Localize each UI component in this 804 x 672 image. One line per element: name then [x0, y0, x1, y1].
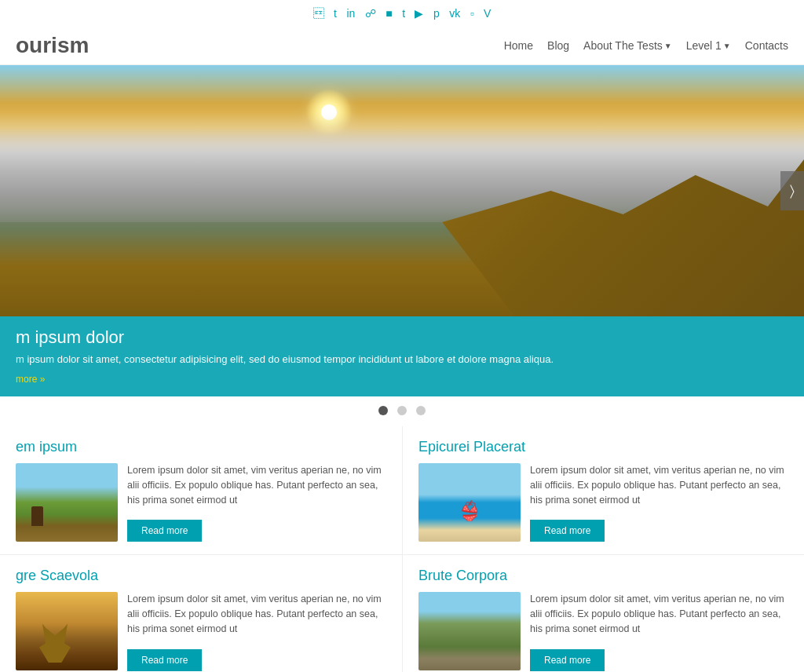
chevron-down-icon: ▼	[723, 42, 731, 50]
blog-thumb-4	[418, 592, 521, 670]
blog-item-2: Epicurei Placerat Lorem ipsum dolor sit …	[402, 426, 804, 555]
blog-inner-4: Lorem ipsum dolor sit amet, vim veritus …	[418, 592, 788, 670]
blog-title-2: Epicurei Placerat	[418, 439, 788, 455]
blog-text-3: Lorem ipsum dolor sit amet, vim veritus …	[127, 592, 386, 670]
read-more-btn-4[interactable]: Read more	[530, 649, 605, 671]
social-bar:  t in ☍ ■ t ▶ p vk ▫ V	[0, 0, 804, 27]
header: ourism Home Blog About The Tests ▼ Level…	[0, 27, 804, 65]
slider-dot-1[interactable]	[378, 406, 388, 415]
blog-item-4: Brute Corpora Lorem ipsum dolor sit amet…	[402, 555, 804, 672]
read-more-btn-1[interactable]: Read more	[127, 520, 202, 542]
blog-thumb-3	[16, 592, 118, 670]
blog-inner-2: Lorem ipsum dolor sit amet, vim veritus …	[418, 463, 788, 542]
social-vine[interactable]: V	[484, 7, 491, 20]
social-rss[interactable]: ■	[386, 7, 392, 20]
social-instagram[interactable]: ☍	[365, 7, 376, 20]
blog-item-1: em ipsum Lorem ipsum dolor sit amet, vim…	[0, 426, 402, 555]
social-facebook[interactable]: 	[313, 7, 324, 20]
read-more-btn-2[interactable]: Read more	[530, 520, 605, 542]
blog-inner-1: Lorem ipsum dolor sit amet, vim veritus …	[16, 463, 386, 542]
slider-next-button[interactable]: 〉	[780, 171, 804, 210]
blog-inner-3: Lorem ipsum dolor sit amet, vim veritus …	[16, 592, 386, 670]
social-vk[interactable]: vk	[449, 7, 460, 20]
thumb-machu-image	[418, 592, 521, 670]
slider-title: m ipsum dolor	[16, 327, 788, 348]
blog-text-2: Lorem ipsum dolor sit amet, vim veritus …	[530, 463, 788, 542]
slider-dots	[0, 396, 804, 426]
site-logo: ourism	[16, 33, 89, 58]
chevron-down-icon: ▼	[664, 42, 672, 50]
nav-contacts[interactable]: Contacts	[745, 39, 788, 52]
blog-title-3: gre Scaevola	[16, 568, 386, 584]
slider-caption: m ipsum dolor m ipsum dolor sit amet, co…	[0, 316, 804, 396]
social-pinterest[interactable]: p	[433, 7, 440, 20]
nav-home[interactable]: Home	[504, 39, 533, 52]
nav-about[interactable]: About The Tests ▼	[583, 39, 672, 52]
slider-dot-3[interactable]	[416, 406, 426, 415]
slider-read-more[interactable]: more »	[16, 374, 45, 385]
blog-thumb-2	[418, 463, 521, 542]
read-more-btn-3[interactable]: Read more	[127, 649, 202, 671]
nav-level1[interactable]: Level 1 ▼	[686, 39, 731, 52]
slider-dot-2[interactable]	[397, 406, 407, 415]
slider-text: m ipsum dolor sit amet, consectetur adip…	[16, 352, 788, 367]
hero-slider: 〉	[0, 65, 804, 316]
social-youtube[interactable]: ▶	[415, 7, 423, 20]
blog-grid: em ipsum Lorem ipsum dolor sit amet, vim…	[0, 426, 804, 672]
blog-thumb-1	[16, 463, 118, 542]
thumb-valley-image	[16, 463, 118, 542]
hero-background	[0, 65, 804, 316]
nav-blog[interactable]: Blog	[547, 39, 569, 52]
thumb-paris-image	[16, 592, 118, 670]
thumb-beach-image	[418, 463, 521, 542]
blog-title-4: Brute Corpora	[418, 568, 788, 584]
social-linkedin[interactable]: in	[346, 7, 355, 20]
blog-text-1: Lorem ipsum dolor sit amet, vim veritus …	[127, 463, 386, 542]
blog-title-1: em ipsum	[16, 439, 386, 455]
main-nav: Home Blog About The Tests ▼ Level 1 ▼ Co…	[504, 39, 788, 52]
social-tumblr[interactable]: t	[402, 7, 405, 20]
social-flipboard[interactable]: ▫	[470, 7, 474, 20]
blog-item-3: gre Scaevola Lorem ipsum dolor sit amet,…	[0, 555, 402, 672]
blog-text-4: Lorem ipsum dolor sit amet, vim veritus …	[530, 592, 788, 670]
social-twitter[interactable]: t	[334, 7, 337, 20]
